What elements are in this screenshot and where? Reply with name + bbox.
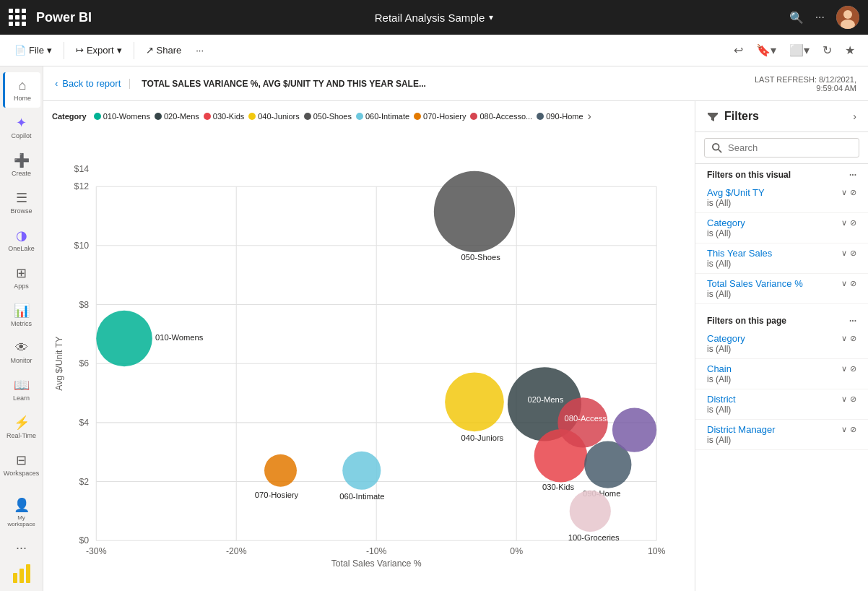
filter-avg-unit-chevron[interactable]: ∨ bbox=[841, 188, 847, 197]
sidebar-item-copilot[interactable]: ✦ Copilot bbox=[3, 109, 40, 145]
legend-dot-020 bbox=[155, 113, 162, 120]
main-area: ⌂ Home ✦ Copilot ➕ Create ☰ Browse ◑ One… bbox=[0, 66, 868, 591]
bubble-040-juniors[interactable] bbox=[445, 372, 504, 431]
filter-districtmgr-clear[interactable]: ⊘ bbox=[850, 425, 856, 434]
sidebar-item-metrics[interactable]: 📊 Metrics bbox=[3, 297, 40, 333]
bubble-accessories-alt[interactable] bbox=[612, 407, 656, 452]
filter-district-chevron[interactable]: ∨ bbox=[841, 394, 847, 404]
filter-avg-unit-controls: ∨ ⊘ bbox=[841, 188, 856, 197]
filter-chain-name[interactable]: Chain bbox=[707, 363, 732, 374]
filter-chain-controls: ∨ ⊘ bbox=[841, 364, 856, 374]
sidebar-item-home[interactable]: ⌂ Home bbox=[3, 72, 40, 108]
bubble-080-accessories[interactable] bbox=[557, 397, 607, 447]
sidebar-item-apps[interactable]: ⊞ Apps bbox=[3, 259, 40, 296]
filter-avg-unit-clear[interactable]: ⊘ bbox=[850, 188, 856, 197]
sidebar-item-more[interactable]: ··· bbox=[3, 535, 40, 561]
legend-dot-040 bbox=[248, 113, 256, 120]
legend-label-090: 090-Home bbox=[546, 112, 583, 121]
powerbi-bottom-icon[interactable] bbox=[10, 563, 33, 589]
sidebar-item-myworkspace-label: My workspace bbox=[6, 514, 38, 527]
filter-totalsalesvar-clear[interactable]: ⊘ bbox=[850, 279, 856, 288]
filter-thisyear-name[interactable]: This Year Sales bbox=[707, 248, 772, 259]
filter-thisyear-chevron[interactable]: ∨ bbox=[841, 249, 847, 258]
filter-avg-unit-name[interactable]: Avg $/Unit TY bbox=[707, 187, 765, 198]
filter-districtmgr-name[interactable]: District Manager bbox=[707, 424, 776, 435]
svg-text:020-Mens: 020-Mens bbox=[528, 395, 564, 404]
filter-page-category-name[interactable]: Category bbox=[707, 333, 745, 344]
filter-page-cat-clear[interactable]: ⊘ bbox=[850, 334, 856, 343]
bubble-100-groceries[interactable] bbox=[570, 491, 611, 532]
filter-avg-unit-value: is (All) bbox=[707, 198, 856, 208]
filter-page-cat-value: is (All) bbox=[707, 344, 856, 354]
filter-category-name[interactable]: Category bbox=[707, 217, 745, 228]
filter-chain-clear[interactable]: ⊘ bbox=[850, 364, 856, 374]
favorite-button[interactable]: ★ bbox=[841, 40, 859, 60]
page-filters-more-button[interactable]: ··· bbox=[849, 316, 856, 326]
sidebar-item-myworkspace[interactable]: 👤 My workspace bbox=[3, 491, 40, 533]
filter-panel-expand-button[interactable]: › bbox=[853, 111, 856, 122]
filter-chain-chevron[interactable]: ∨ bbox=[841, 364, 847, 374]
svg-text:$10: $10 bbox=[74, 241, 90, 251]
report-title-text: Retail Analysis Sample bbox=[375, 12, 485, 24]
sidebar-item-browse[interactable]: ☰ Browse bbox=[3, 184, 40, 220]
browse-icon: ☰ bbox=[16, 190, 27, 206]
bookmark-dropdown-button[interactable]: 🔖▾ bbox=[752, 40, 781, 60]
filter-body: Filters on this visual ··· Avg $/Unit TY… bbox=[695, 164, 868, 591]
filter-totalsalesvar-name[interactable]: Total Sales Variance % bbox=[707, 278, 803, 289]
more-icon: ··· bbox=[16, 540, 27, 556]
filter-districtmgr-chevron[interactable]: ∨ bbox=[841, 425, 847, 434]
title-chevron-icon[interactable]: ▾ bbox=[489, 12, 493, 22]
refresh-line1: LAST REFRESH: 8/12/2021, bbox=[755, 75, 856, 84]
filter-search-area bbox=[695, 132, 868, 164]
filter-item-category: Category ∨ ⊘ is (All) bbox=[695, 213, 868, 243]
filter-totalsalesvar-chevron[interactable]: ∨ bbox=[841, 279, 847, 288]
filter-category-chevron[interactable]: ∨ bbox=[841, 218, 847, 228]
visual-filters-more-button[interactable]: ··· bbox=[849, 170, 856, 180]
filter-search-box bbox=[704, 138, 859, 158]
copilot-icon: ✦ bbox=[16, 115, 27, 131]
filter-page-category-controls: ∨ ⊘ bbox=[841, 334, 856, 343]
sidebar-item-monitor[interactable]: 👁 Monitor bbox=[3, 335, 40, 370]
sidebar-item-learn[interactable]: 📖 Learn bbox=[3, 371, 40, 407]
search-button[interactable]: 🔍 bbox=[789, 11, 804, 25]
bubble-070-hosiery[interactable] bbox=[264, 454, 297, 487]
filter-districtmgr-value: is (All) bbox=[707, 435, 856, 445]
svg-text:0%: 0% bbox=[510, 546, 523, 556]
filter-category-value: is (All) bbox=[707, 228, 856, 238]
filters-title: Filters bbox=[707, 110, 759, 123]
filter-thisyear-clear[interactable]: ⊘ bbox=[850, 249, 856, 258]
sidebar-item-learn-label: Learn bbox=[13, 394, 30, 402]
legend-next-button[interactable]: › bbox=[588, 110, 591, 123]
filter-totalsalesvar-controls: ∨ ⊘ bbox=[841, 279, 856, 288]
bubble-060-intimate[interactable] bbox=[342, 452, 381, 490]
svg-text:100-Groceries: 100-Groceries bbox=[568, 533, 620, 542]
sidebar-item-workspaces[interactable]: ⊟ Workspaces bbox=[3, 447, 40, 483]
filter-search-input[interactable] bbox=[728, 142, 851, 153]
more-commands-button[interactable]: ··· bbox=[190, 42, 209, 59]
back-to-report-button[interactable]: ‹ Back to report bbox=[55, 78, 121, 89]
filter-district-clear[interactable]: ⊘ bbox=[850, 394, 856, 404]
refresh-info: LAST REFRESH: 8/12/2021, 9:59:04 AM bbox=[755, 75, 856, 92]
filter-item-page-category: Category ∨ ⊘ is (All) bbox=[695, 329, 868, 359]
filter-category-controls: ∨ ⊘ bbox=[841, 218, 856, 228]
svg-text:$12: $12 bbox=[74, 181, 90, 191]
avatar[interactable] bbox=[836, 6, 859, 29]
filter-item-avg-unit-header: Avg $/Unit TY ∨ ⊘ bbox=[707, 187, 856, 198]
sidebar-item-create[interactable]: ➕ Create bbox=[3, 147, 40, 183]
export-button[interactable]: ↦ Export ▾ bbox=[70, 42, 128, 59]
sidebar-item-onelake[interactable]: ◑ OneLake bbox=[3, 222, 40, 258]
filters-on-visual-label: Filters on this visual bbox=[707, 170, 791, 180]
view-dropdown-button[interactable]: ⬜▾ bbox=[785, 40, 814, 60]
more-options-button[interactable]: ··· bbox=[815, 11, 825, 24]
refresh-button[interactable]: ↻ bbox=[818, 40, 836, 60]
file-button[interactable]: 📄 File ▾ bbox=[9, 42, 58, 59]
sidebar-item-realtime[interactable]: ⚡ Real-Time bbox=[3, 409, 40, 445]
bubble-050-shoes[interactable] bbox=[434, 171, 515, 252]
apps-grid-icon[interactable] bbox=[9, 9, 26, 26]
filter-category-clear[interactable]: ⊘ bbox=[850, 218, 856, 228]
filter-district-name[interactable]: District bbox=[707, 394, 736, 405]
share-button[interactable]: ↗ Share bbox=[140, 42, 188, 59]
filter-page-cat-chevron[interactable]: ∨ bbox=[841, 334, 847, 343]
undo-button[interactable]: ↩ bbox=[729, 40, 747, 60]
bubble-010-womens[interactable] bbox=[96, 311, 152, 367]
